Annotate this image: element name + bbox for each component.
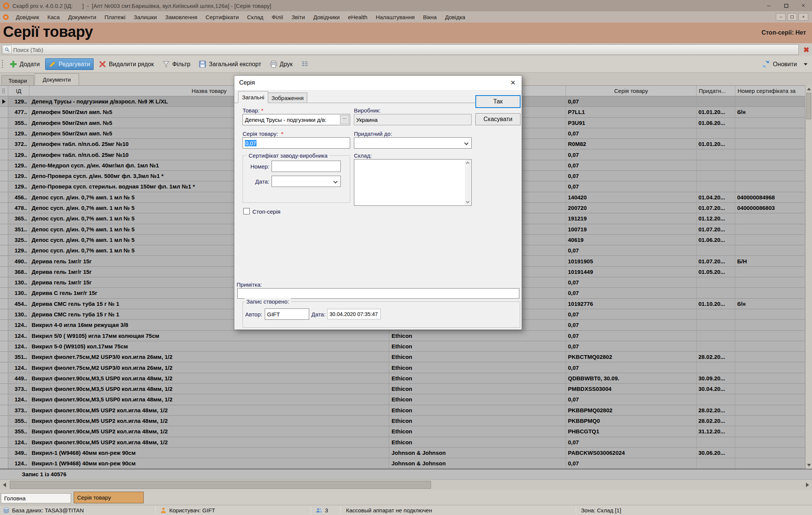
dialog-tab-image[interactable]: Зображення: [268, 93, 307, 103]
vertical-scrollbar[interactable]: [805, 85, 812, 469]
menu-item[interactable]: Склад: [243, 11, 267, 23]
cert-number-field[interactable]: [272, 161, 341, 172]
table-row[interactable]: 351.. Викрил фиолет.75см,М2 USP3/0 кол.и…: [0, 352, 812, 362]
browse-button[interactable]: ...: [340, 115, 349, 124]
vertical-scroll-thumb[interactable]: [806, 93, 811, 119]
menu-item[interactable]: Платежі: [100, 11, 130, 23]
scroll-up-icon[interactable]: [466, 162, 470, 166]
filter-button[interactable]: Фільтр: [159, 59, 194, 70]
table-row[interactable]: 124.. Викрил 5-0 (W9105) кол.17мм 75см E…: [0, 341, 812, 352]
column-header-valid[interactable]: Придатн...: [697, 86, 735, 96]
column-header-cert[interactable]: Номер сертифіката за: [735, 86, 805, 96]
menu-item[interactable]: Довідники: [309, 11, 344, 23]
menu-item[interactable]: Сертифікати: [202, 11, 243, 23]
add-button[interactable]: Додати: [6, 59, 43, 70]
search-input[interactable]: Поиск (Tab): [2, 44, 799, 55]
menu-item[interactable]: Звіти: [287, 11, 309, 23]
bottom-tab-series[interactable]: Серія товару: [74, 492, 144, 503]
row-indicator-cell: [0, 437, 8, 448]
row-indicator-cell: [0, 107, 8, 117]
author-field: GIFT: [265, 308, 309, 320]
cell-certificate: 040000086803: [735, 203, 805, 213]
valid-until-select[interactable]: [354, 137, 472, 149]
ok-button[interactable]: Так: [475, 95, 521, 108]
tab-dokumenty[interactable]: Документи: [35, 73, 79, 85]
minimize-button[interactable]: –: [760, 0, 777, 11]
table-row[interactable]: 373.. Викрил фиолет.90см,М5 USP2 кол.игл…: [0, 405, 812, 416]
dialog-tab-general[interactable]: Загальні: [238, 91, 268, 103]
cell-series: 0,07: [566, 320, 697, 330]
table-row[interactable]: 355.. Викрил фиолет.90см,М5 USP2 кол.игл…: [0, 426, 812, 437]
edit-button[interactable]: Редагувати: [45, 58, 94, 70]
mdi-restore-button[interactable]: [787, 13, 797, 21]
column-chooser-button[interactable]: [298, 59, 312, 70]
bottom-tab-home[interactable]: Головна: [1, 493, 71, 503]
table-row[interactable]: 124.. Викрил 5/0 ( W9105) игла 17мм колю…: [0, 331, 812, 341]
restore-icon: [791, 15, 794, 18]
tab-tovary[interactable]: Товари: [2, 75, 34, 85]
maximize-button[interactable]: [777, 0, 795, 11]
table-row[interactable]: 355.. Викрил фиолет.90см,М5 USP2 кол.игл…: [0, 416, 812, 426]
cell-certificate: [735, 363, 805, 373]
menu-item[interactable]: Вікна: [419, 11, 441, 23]
export-button[interactable]: Загальний експорт: [196, 59, 264, 70]
cancel-button[interactable]: Скасувати: [475, 113, 521, 125]
close-button[interactable]: ×: [795, 0, 812, 11]
print-button[interactable]: Друк: [267, 59, 296, 70]
table-row[interactable]: 349.. Викрил-1 (W9468) 40мм кол-реж 90см…: [0, 448, 812, 458]
row-indicator-header[interactable]: [0, 86, 8, 96]
menu-item[interactable]: Каса: [43, 11, 64, 23]
toolbar-grip[interactable]: [2, 59, 3, 69]
series-field[interactable]: 0,07: [243, 137, 350, 149]
product-field[interactable]: Депенд Трусы - подгузники д/в: ...: [243, 114, 350, 125]
required-marker: *: [281, 131, 284, 137]
cell-id: 124..: [8, 341, 29, 352]
stock-scrollbar[interactable]: [465, 160, 471, 205]
scroll-down-icon[interactable]: [807, 464, 811, 466]
horizontal-scroll-thumb[interactable]: [10, 481, 431, 489]
horizontal-scrollbar[interactable]: [0, 479, 812, 490]
created-date-field: 30.04.2020 07:35:47: [327, 309, 381, 319]
dialog-close-button[interactable]: ×: [507, 77, 519, 88]
cell-valid-until: [697, 160, 735, 171]
menu-item[interactable]: eHealth: [344, 11, 372, 23]
scroll-left-icon[interactable]: [3, 483, 6, 487]
page-title: Серії товару: [3, 23, 93, 40]
table-row[interactable]: 124.. Викрил фиолет.90см,М5 USP2 кол.игл…: [0, 437, 812, 448]
table-row[interactable]: 124.. Викрил фиолет.90см,М3,5 USP0 кол.и…: [0, 394, 812, 405]
table-row[interactable]: 449.. Викрил фиолет.90см,М3,5 USP0 кол.и…: [0, 373, 812, 384]
menu-item[interactable]: Довідник: [12, 11, 43, 23]
refresh-button[interactable]: Оновити: [762, 60, 807, 68]
cell-series: 10191449: [566, 267, 697, 277]
menu-item[interactable]: Філії: [267, 11, 287, 23]
scroll-down-icon[interactable]: [466, 200, 470, 204]
stop-series-checkbox[interactable]: [243, 208, 250, 214]
menu-item[interactable]: Залишки: [130, 11, 161, 23]
cell-id: 129..: [8, 96, 29, 107]
cell-valid-until: 30.09.20...: [697, 373, 735, 384]
refresh-icon: [762, 60, 770, 68]
clear-search-button[interactable]: ✖: [802, 45, 811, 54]
column-header-id[interactable]: ІД: [8, 86, 29, 96]
mdi-minimize-button[interactable]: –: [776, 13, 786, 21]
menu-item[interactable]: Налаштування: [372, 11, 419, 23]
column-header-series[interactable]: Серія товару: [566, 86, 697, 96]
cell-valid-until: [697, 394, 735, 405]
cell-name: Викрил-1 (W9468) 40мм кол-реж 90см: [29, 458, 389, 469]
current-row-icon: [2, 99, 6, 104]
menu-item[interactable]: Замовлення: [161, 11, 201, 23]
menu-item[interactable]: Довідка: [441, 11, 469, 23]
cert-date-select[interactable]: [272, 176, 341, 187]
cell-series: P7LL1: [566, 107, 697, 117]
scroll-right-icon[interactable]: [806, 483, 809, 487]
table-row[interactable]: 373.. Викрил фиолет.90см,М3,5 USP0 кол.и…: [0, 384, 812, 394]
refresh-dropdown-icon[interactable]: [804, 63, 807, 65]
table-row[interactable]: 124.. Викрил фиолет.75см,М2 USP3/0 кол.и…: [0, 363, 812, 373]
table-row[interactable]: 124.. Викрил-1 (W9468) 40мм кол-реж 90см…: [0, 458, 812, 469]
delete-row-button[interactable]: Видалити рядок: [96, 59, 157, 70]
stock-field[interactable]: [354, 159, 472, 206]
note-field[interactable]: [237, 288, 519, 299]
mdi-close-button[interactable]: ×: [798, 13, 808, 21]
menu-item[interactable]: Документи: [64, 11, 100, 23]
scroll-up-icon[interactable]: [807, 88, 811, 90]
